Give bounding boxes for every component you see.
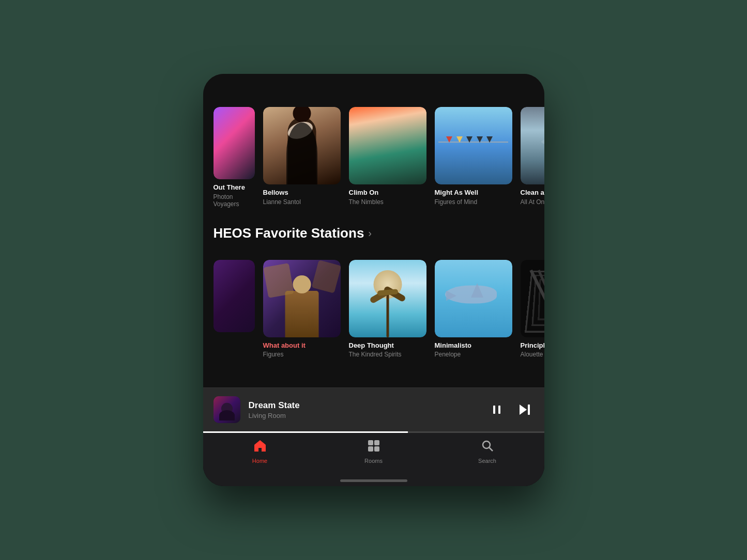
- album-artist-bellows: Lianne Santol: [263, 198, 341, 206]
- album-cover-might-as-well: [435, 107, 512, 184]
- album-out-there[interactable]: Out There Photon Voyagers: [214, 107, 255, 208]
- section2-title: HEOS Favorite Stations: [214, 225, 364, 241]
- tab-home-label: Home: [252, 458, 267, 464]
- top-albums-row: Out There Photon Voyagers Bel: [203, 107, 544, 208]
- svg-line-9: [489, 448, 493, 452]
- stations-row: What about it Figures: [203, 260, 544, 362]
- svg-rect-4: [368, 440, 373, 445]
- now-playing-info: Dream State Living Room: [249, 400, 480, 419]
- album-artist-deep-thought: The Kindred Spirits: [349, 351, 426, 358]
- svg-rect-7: [374, 446, 379, 452]
- progress-bar[interactable]: [203, 431, 544, 433]
- album-what-about-it[interactable]: What about it Figures: [263, 260, 341, 362]
- album-title-out-there: Out There: [214, 183, 255, 192]
- album-title-what-about-it: What about it: [263, 341, 341, 350]
- album-cover-minimalisto: [435, 260, 512, 337]
- tab-rooms-label: Rooms: [364, 458, 383, 464]
- album-title-bellows: Bellows: [263, 189, 341, 197]
- tab-search[interactable]: Search: [467, 439, 508, 464]
- album-climb-on[interactable]: Climb On The Nimbles: [349, 107, 426, 208]
- top-albums-section: Out There Photon Voyagers Bel: [203, 97, 544, 213]
- album-artist-climb-on: The Nimbles: [349, 198, 426, 206]
- album-artist-out-there: Photon Voyagers: [214, 193, 255, 208]
- album-title-principles: Principles: [521, 341, 544, 350]
- album-minimalisto[interactable]: Minimalisto Penelope: [435, 260, 512, 362]
- album-clean-serene[interactable]: Clean and Serene All At Once Again: [521, 107, 544, 208]
- search-magnifier-icon: [481, 439, 494, 456]
- album-artist-clean-serene: All At Once Again: [521, 198, 544, 206]
- album-principles[interactable]: Principles Alouette: [521, 260, 544, 362]
- tab-bar: Home Rooms: [203, 433, 544, 479]
- svg-rect-6: [368, 446, 373, 452]
- svg-rect-3: [528, 405, 530, 415]
- album-deep-thought[interactable]: Deep Thought The Kindred Spirits: [349, 260, 426, 362]
- album-bellows[interactable]: Bellows Lianne Santol: [263, 107, 341, 208]
- svg-rect-1: [498, 406, 500, 414]
- album-title-clean-serene: Clean and Serene: [521, 189, 544, 197]
- album-cover-bellows: [263, 107, 341, 184]
- album-cover-what-about-it: [263, 260, 341, 337]
- section2-header: HEOS Favorite Stations ›: [203, 213, 544, 250]
- spacer: [203, 367, 544, 387]
- album-title-deep-thought: Deep Thought: [349, 341, 426, 350]
- rooms-icon: [367, 439, 380, 456]
- album-artist-principles: Alouette: [521, 351, 544, 358]
- home-icon: [253, 439, 267, 456]
- home-bar: [340, 479, 407, 482]
- album-cover-out-there: [214, 107, 255, 179]
- tab-rooms[interactable]: Rooms: [353, 439, 394, 464]
- stations-section: What about it Figures: [203, 250, 544, 367]
- album-artist-minimalisto: Penelope: [435, 351, 512, 358]
- playback-controls: [489, 400, 534, 419]
- album-title-minimalisto: Minimalisto: [435, 341, 512, 350]
- progress-fill: [203, 431, 408, 433]
- svg-rect-0: [493, 406, 495, 414]
- album-title-might-as-well: Might As Well: [435, 189, 512, 197]
- album-title-climb-on: Climb On: [349, 189, 426, 197]
- album-cover-partial: [214, 260, 255, 332]
- album-cover-clean-serene: [521, 107, 544, 184]
- tab-search-label: Search: [478, 458, 496, 464]
- album-cover-climb-on: [349, 107, 426, 184]
- pause-button[interactable]: [489, 401, 505, 418]
- album-artist-might-as-well: Figures of Mind: [435, 198, 512, 206]
- svg-rect-5: [374, 440, 379, 445]
- svg-marker-2: [520, 405, 527, 415]
- app-container: Out There Photon Voyagers Bel: [203, 74, 544, 487]
- scroll-content: Out There Photon Voyagers Bel: [203, 97, 544, 487]
- home-indicator: [203, 479, 544, 486]
- status-bar: [203, 74, 544, 97]
- now-playing-title: Dream State: [249, 400, 480, 411]
- now-playing-subtitle: Living Room: [249, 412, 480, 419]
- next-button[interactable]: [515, 400, 534, 419]
- svg-point-8: [483, 441, 490, 448]
- now-playing-art: [214, 396, 240, 423]
- section2-chevron[interactable]: ›: [368, 227, 372, 239]
- now-playing-bar[interactable]: Dream State Living Room: [203, 387, 544, 431]
- album-artist-what-about-it: Figures: [263, 351, 341, 358]
- album-cover-deep-thought: [349, 260, 426, 337]
- album-might-as-well[interactable]: Might As Well Figures of Mind: [435, 107, 512, 208]
- album-partial-left[interactable]: [214, 260, 255, 362]
- tab-home[interactable]: Home: [239, 439, 281, 464]
- album-cover-principles: [521, 260, 544, 337]
